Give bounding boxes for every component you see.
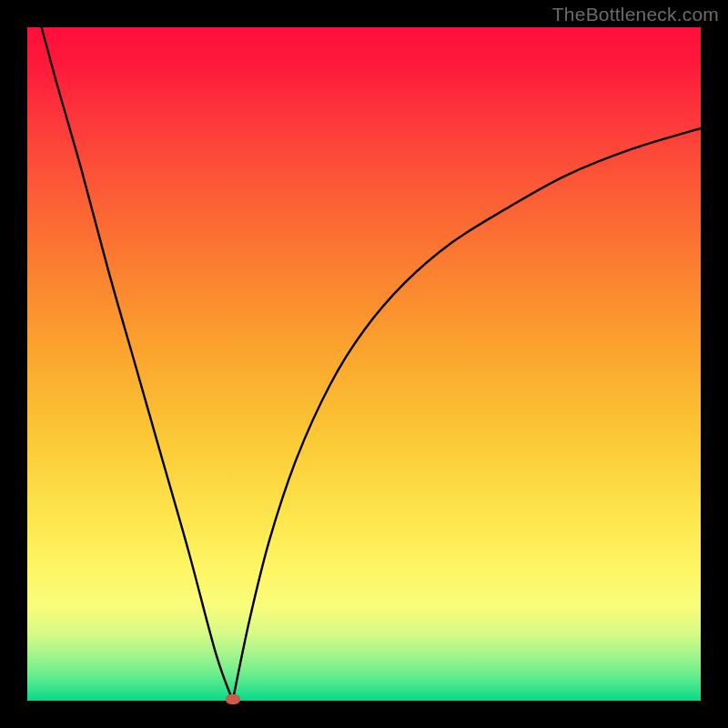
curve-right-branch (233, 128, 701, 701)
chart-frame: TheBottleneck.com (0, 0, 728, 728)
plot-area (27, 27, 701, 701)
bottleneck-minimum-marker (226, 694, 240, 704)
bottleneck-curve (27, 27, 701, 701)
watermark-text: TheBottleneck.com (552, 4, 719, 25)
curve-left-branch (27, 0, 233, 701)
